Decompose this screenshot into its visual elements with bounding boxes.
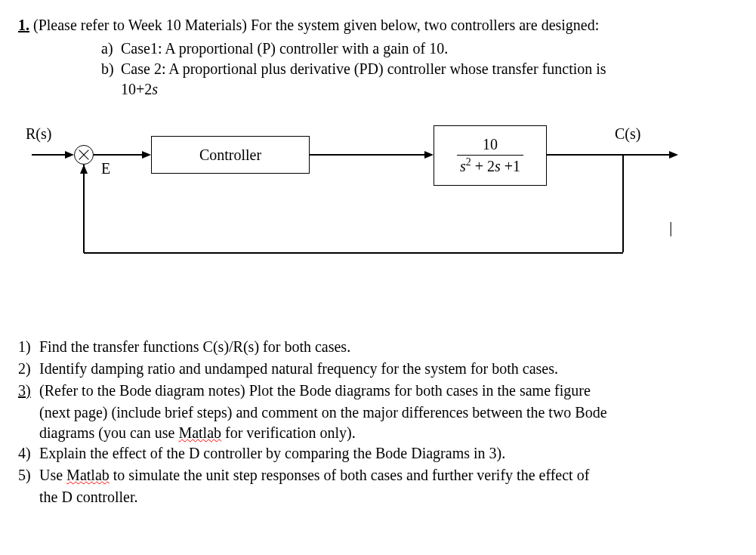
plant-numerator: 10 (457, 134, 523, 156)
q2-num: 2) (18, 359, 39, 379)
block-diagram: R(s) E Controller 10 s2 + 2s +1 C(s) | (18, 118, 738, 314)
wire-e (94, 154, 148, 156)
sub-q3: 3) (Refer to the Bode diagram notes) Plo… (18, 381, 738, 401)
sub-q5: 5) Use Matlab to simulate the unit step … (18, 465, 738, 486)
sub-q1: 1) Find the transfer functions C(s)/R(s)… (18, 337, 738, 357)
q3-c2a: diagrams (you can use (39, 424, 178, 441)
label-R: R(s) (26, 124, 51, 144)
q3-c2b: for verification only). (221, 424, 356, 441)
den-s2: s (495, 158, 501, 174)
den-end: +1 (501, 158, 520, 174)
q5-t1b: to simulate the unit step responses of b… (110, 467, 590, 483)
case-b-line1: Case 2: A proportional plus derivative (… (121, 59, 606, 79)
q3-line1: (Refer to the Bode diagram notes) Plot t… (39, 381, 738, 401)
q3-line2: (next page) (include brief steps) and co… (39, 402, 738, 423)
q5-matlab: Matlab (66, 467, 110, 483)
case-a-text: Case1: A proportional (P) controller wit… (121, 39, 448, 59)
block-controller: Controller (151, 136, 310, 174)
case-list: a) Case1: A proportional (P) controller … (101, 39, 738, 100)
case-b-s: s (152, 81, 158, 97)
plant-transfer-function: 10 s2 + 2s +1 (457, 134, 523, 177)
label-E: E (101, 159, 110, 179)
q4-num: 4) (18, 443, 39, 464)
wire-u (310, 154, 430, 156)
q2-text: Identify damping ratio and undamped natu… (39, 359, 738, 379)
plant-denominator: s2 + 2s +1 (457, 156, 523, 177)
label-C: C(s) (615, 124, 640, 144)
arrow-input (65, 151, 74, 159)
text-cursor-mark: | (669, 216, 672, 239)
arrow-output (669, 151, 678, 159)
wire-feedback-up (83, 165, 85, 253)
summing-junction (74, 145, 94, 165)
q3-c1a: (next page) (include brief steps) and co… (39, 404, 607, 421)
question-number: 1. (18, 17, 29, 33)
q5-num: 5) (18, 465, 39, 486)
q1-num: 1) (18, 337, 39, 357)
wire-feedback-v (622, 154, 624, 252)
q4-text: Explain the effect of the D controller b… (39, 443, 738, 464)
arrow-e (142, 151, 151, 159)
sub-q4: 4) Explain the effect of the D controlle… (18, 443, 738, 464)
q5-line1: Use Matlab to simulate the unit step res… (39, 465, 738, 486)
case-a-label: a) (101, 39, 121, 59)
arrow-u (424, 151, 434, 159)
subquestion-list: 1) Find the transfer functions C(s)/R(s)… (18, 337, 738, 507)
q3-line3: diagrams (you can use Matlab for verific… (39, 423, 738, 443)
case-b-label: b) (101, 59, 121, 79)
q3-num: 3) (18, 381, 39, 401)
sub-q2: 2) Identify damping ratio and undamped n… (18, 359, 738, 379)
question-text: (Please refer to Week 10 Materials) For … (33, 17, 599, 33)
wire-output (547, 154, 675, 156)
den-s1: s (460, 158, 466, 174)
q5-line2: the D controller. (39, 487, 738, 507)
block-plant: 10 s2 + 2s +1 (434, 125, 547, 186)
case-a: a) Case1: A proportional (P) controller … (101, 39, 738, 59)
wire-feedback-h (84, 252, 623, 254)
q1-text: Find the transfer functions C(s)/R(s) fo… (39, 337, 738, 357)
case-b: b) Case 2: A proportional plus derivativ… (101, 59, 738, 79)
case-b-prefix: 10+2 (121, 81, 152, 97)
arrow-feedback (80, 165, 88, 174)
question-header: 1. (Please refer to Week 10 Materials) F… (18, 15, 738, 35)
q3-matlab: Matlab (178, 424, 221, 441)
controller-label: Controller (199, 145, 261, 165)
case-b-line2: 10+2s (121, 79, 738, 100)
den-mid: + 2 (471, 158, 495, 174)
q5-t1a: Use (39, 467, 66, 483)
